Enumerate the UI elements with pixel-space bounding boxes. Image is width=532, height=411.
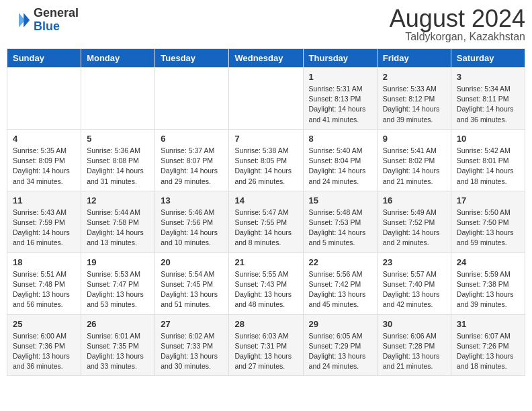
day-number: 12 [87, 195, 149, 205]
day-info: Sunrise: 5:37 AM Sunset: 8:07 PM Dayligh… [161, 146, 223, 187]
header-row: SundayMondayTuesdayWednesdayThursdayFrid… [7, 49, 525, 68]
day-number: 27 [161, 319, 223, 329]
day-number: 6 [161, 134, 223, 144]
calendar-cell: 22Sunrise: 5:56 AM Sunset: 7:42 PM Dayli… [303, 253, 377, 314]
weekday-header: Tuesday [155, 49, 229, 68]
day-number: 4 [13, 134, 75, 144]
day-info: Sunrise: 5:41 AM Sunset: 8:02 PM Dayligh… [383, 146, 445, 187]
calendar-cell: 27Sunrise: 6:02 AM Sunset: 7:33 PM Dayli… [155, 314, 229, 376]
logo: General Blue [7, 7, 79, 34]
day-info: Sunrise: 5:44 AM Sunset: 7:58 PM Dayligh… [87, 208, 149, 248]
calendar-week-row: 4Sunrise: 5:35 AM Sunset: 8:09 PM Daylig… [7, 129, 525, 191]
calendar-cell [155, 68, 229, 130]
calendar-cell: 14Sunrise: 5:47 AM Sunset: 7:55 PM Dayli… [229, 191, 303, 253]
day-info: Sunrise: 6:07 AM Sunset: 7:26 PM Dayligh… [457, 331, 519, 372]
day-info: Sunrise: 5:59 AM Sunset: 7:38 PM Dayligh… [457, 269, 519, 310]
calendar-header: SundayMondayTuesdayWednesdayThursdayFrid… [7, 49, 525, 68]
calendar-cell: 9Sunrise: 5:41 AM Sunset: 8:02 PM Daylig… [377, 129, 451, 191]
title-block: August 2024 Taldykorgan, Kazakhstan [390, 7, 525, 43]
day-info: Sunrise: 6:02 AM Sunset: 7:33 PM Dayligh… [161, 331, 223, 372]
day-info: Sunrise: 6:06 AM Sunset: 7:28 PM Dayligh… [383, 331, 445, 372]
calendar-cell: 16Sunrise: 5:49 AM Sunset: 7:52 PM Dayli… [377, 191, 451, 253]
day-info: Sunrise: 5:55 AM Sunset: 7:43 PM Dayligh… [234, 269, 297, 310]
day-number: 19 [87, 257, 149, 267]
day-info: Sunrise: 6:05 AM Sunset: 7:29 PM Dayligh… [309, 331, 371, 372]
day-info: Sunrise: 5:51 AM Sunset: 7:48 PM Dayligh… [13, 269, 75, 310]
calendar-cell: 20Sunrise: 5:54 AM Sunset: 7:45 PM Dayli… [155, 253, 229, 314]
day-info: Sunrise: 5:50 AM Sunset: 7:50 PM Dayligh… [457, 208, 519, 248]
day-info: Sunrise: 5:54 AM Sunset: 7:45 PM Dayligh… [161, 269, 223, 310]
calendar-body: 1Sunrise: 5:31 AM Sunset: 8:13 PM Daylig… [7, 68, 525, 376]
logo-text: General Blue [34, 7, 79, 34]
day-info: Sunrise: 5:36 AM Sunset: 8:08 PM Dayligh… [87, 146, 149, 187]
day-number: 1 [309, 72, 371, 82]
day-info: Sunrise: 5:42 AM Sunset: 8:01 PM Dayligh… [457, 146, 519, 187]
day-info: Sunrise: 5:31 AM Sunset: 8:13 PM Dayligh… [309, 84, 371, 125]
day-number: 16 [383, 195, 445, 205]
day-info: Sunrise: 5:49 AM Sunset: 7:52 PM Dayligh… [383, 208, 445, 248]
calendar-week-row: 1Sunrise: 5:31 AM Sunset: 8:13 PM Daylig… [7, 68, 525, 130]
month-title: August 2024 [390, 7, 525, 31]
calendar-cell: 12Sunrise: 5:44 AM Sunset: 7:58 PM Dayli… [81, 191, 155, 253]
calendar-cell: 17Sunrise: 5:50 AM Sunset: 7:50 PM Dayli… [451, 191, 525, 253]
day-number: 10 [457, 134, 519, 144]
day-number: 7 [234, 134, 297, 144]
day-info: Sunrise: 5:48 AM Sunset: 7:53 PM Dayligh… [309, 208, 371, 248]
calendar-cell: 18Sunrise: 5:51 AM Sunset: 7:48 PM Dayli… [7, 253, 81, 314]
calendar-cell [81, 68, 155, 130]
calendar-cell: 24Sunrise: 5:59 AM Sunset: 7:38 PM Dayli… [451, 253, 525, 314]
location: Taldykorgan, Kazakhstan [390, 31, 525, 43]
calendar-cell: 15Sunrise: 5:48 AM Sunset: 7:53 PM Dayli… [303, 191, 377, 253]
day-info: Sunrise: 5:38 AM Sunset: 8:05 PM Dayligh… [234, 146, 297, 187]
calendar-cell: 21Sunrise: 5:55 AM Sunset: 7:43 PM Dayli… [229, 253, 303, 314]
calendar-cell: 6Sunrise: 5:37 AM Sunset: 8:07 PM Daylig… [155, 129, 229, 191]
calendar-cell: 29Sunrise: 6:05 AM Sunset: 7:29 PM Dayli… [303, 314, 377, 376]
day-number: 18 [13, 257, 75, 267]
weekday-header: Sunday [7, 49, 81, 68]
day-number: 30 [383, 319, 445, 329]
day-number: 20 [161, 257, 223, 267]
day-info: Sunrise: 5:43 AM Sunset: 7:59 PM Dayligh… [13, 208, 75, 248]
day-number: 9 [383, 134, 445, 144]
calendar-cell: 31Sunrise: 6:07 AM Sunset: 7:26 PM Dayli… [451, 314, 525, 376]
day-info: Sunrise: 6:01 AM Sunset: 7:35 PM Dayligh… [87, 331, 149, 372]
day-info: Sunrise: 6:03 AM Sunset: 7:31 PM Dayligh… [234, 331, 297, 372]
calendar-cell: 4Sunrise: 5:35 AM Sunset: 8:09 PM Daylig… [7, 129, 81, 191]
day-number: 24 [457, 257, 519, 267]
calendar-table: SundayMondayTuesdayWednesdayThursdayFrid… [7, 48, 525, 376]
day-number: 11 [13, 195, 75, 205]
day-number: 14 [234, 195, 297, 205]
day-info: Sunrise: 6:00 AM Sunset: 7:36 PM Dayligh… [13, 331, 75, 372]
day-number: 15 [309, 195, 371, 205]
calendar-cell: 2Sunrise: 5:33 AM Sunset: 8:12 PM Daylig… [377, 68, 451, 130]
calendar-week-row: 11Sunrise: 5:43 AM Sunset: 7:59 PM Dayli… [7, 191, 525, 253]
day-number: 13 [161, 195, 223, 205]
day-info: Sunrise: 5:46 AM Sunset: 7:56 PM Dayligh… [161, 208, 223, 248]
calendar-cell: 3Sunrise: 5:34 AM Sunset: 8:11 PM Daylig… [451, 68, 525, 130]
calendar-cell [229, 68, 303, 130]
day-info: Sunrise: 5:53 AM Sunset: 7:47 PM Dayligh… [87, 269, 149, 310]
day-number: 28 [234, 319, 297, 329]
page-header: General Blue August 2024 Taldykorgan, Ka… [7, 7, 525, 43]
calendar-cell: 8Sunrise: 5:40 AM Sunset: 8:04 PM Daylig… [303, 129, 377, 191]
day-number: 31 [457, 319, 519, 329]
weekday-header: Saturday [451, 49, 525, 68]
calendar-cell: 5Sunrise: 5:36 AM Sunset: 8:08 PM Daylig… [81, 129, 155, 191]
day-number: 23 [383, 257, 445, 267]
calendar-cell: 19Sunrise: 5:53 AM Sunset: 7:47 PM Dayli… [81, 253, 155, 314]
day-number: 2 [383, 72, 445, 82]
day-number: 25 [13, 319, 75, 329]
day-info: Sunrise: 5:47 AM Sunset: 7:55 PM Dayligh… [234, 208, 297, 248]
day-info: Sunrise: 5:34 AM Sunset: 8:11 PM Dayligh… [457, 84, 519, 125]
calendar-cell: 26Sunrise: 6:01 AM Sunset: 7:35 PM Dayli… [81, 314, 155, 376]
calendar-cell: 1Sunrise: 5:31 AM Sunset: 8:13 PM Daylig… [303, 68, 377, 130]
weekday-header: Monday [81, 49, 155, 68]
logo-icon [7, 8, 31, 32]
calendar-cell: 23Sunrise: 5:57 AM Sunset: 7:40 PM Dayli… [377, 253, 451, 314]
day-number: 5 [87, 134, 149, 144]
day-number: 22 [309, 257, 371, 267]
day-number: 21 [234, 257, 297, 267]
calendar-week-row: 25Sunrise: 6:00 AM Sunset: 7:36 PM Dayli… [7, 314, 525, 376]
day-number: 26 [87, 319, 149, 329]
calendar-cell: 10Sunrise: 5:42 AM Sunset: 8:01 PM Dayli… [451, 129, 525, 191]
